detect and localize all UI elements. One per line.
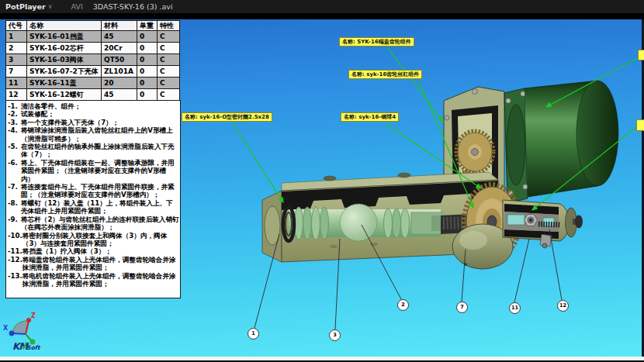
cell: 3 <box>6 54 27 66</box>
balloon-1: 1 <box>248 328 259 340</box>
cell: C <box>158 89 180 101</box>
instruction-number: -4. <box>8 126 21 143</box>
part-label-clipped-top <box>638 50 644 60</box>
watermark-suffix: Soft <box>26 344 40 351</box>
instruction-number: -12. <box>8 256 23 272</box>
kmsoft-watermark: KM Soft <box>12 341 40 352</box>
part-label-gear-screw-assembly: 名称: syk-16齿轮丝杠组件 <box>348 70 422 79</box>
cell: 20 <box>102 78 137 89</box>
instruction-item: -2.试装修配； <box>8 110 179 118</box>
part-label-end-cap-gear-assembly: 名称: SYK-16端盖齿轮组件 <box>339 37 414 47</box>
cell: 7 <box>6 66 27 78</box>
cell: SYK-16-03阀体 <box>27 54 102 66</box>
cell: 0 <box>137 78 158 89</box>
cell: SYK-16-01挡盖 <box>27 31 102 43</box>
instruction-item: -4.将钢球涂抹润滑脂后装入齿轮丝杠组件上的V形槽上（润滑脂可稍多）； <box>8 126 179 143</box>
instruction-item: -6.将上、下壳体组件组装在一起、调整轴承游隙，并用紧固件紧固；（注意钢球要对应… <box>8 159 179 183</box>
cell: 0 <box>137 66 158 78</box>
table-row: 11 SYK-16-11盖 20 0 C <box>6 78 180 89</box>
instruction-item: -3.将一个支撑件装入下壳体（7）； <box>8 119 179 126</box>
instruction-number: -7. <box>8 183 21 199</box>
col-header: 材料 <box>102 21 137 31</box>
cell: 0 <box>137 43 158 54</box>
balloon-3: 3 <box>329 329 341 341</box>
instruction-text: 将一个支撑件装入下壳体（7）； <box>21 119 179 126</box>
col-header: 代号 <box>6 21 27 31</box>
parts-table: 代号 名称 材料 单重 特性 1 SYK-16-01挡盖 45 0 C 2 SY… <box>5 20 180 101</box>
instruction-text: 将挡盖（1）拧入阀体（3）； <box>23 247 179 255</box>
cell: C <box>158 66 180 78</box>
cell: ZL101A <box>102 66 137 78</box>
table-header-row: 代号 名称 材料 单重 特性 <box>6 21 180 31</box>
cell: SYK-16-02芯杆 <box>27 43 102 54</box>
balloon-2: 2 <box>397 299 409 311</box>
balloon-11: 11 <box>509 302 521 314</box>
instruction-text: 将电机齿轮组件装入上壳体组件，调整齿轮啮合并涂抹润滑脂，并用紧固件紧固； <box>23 272 179 288</box>
cell: 12 <box>6 89 27 101</box>
instruction-number: -8. <box>8 199 21 215</box>
cell: 0 <box>137 31 158 43</box>
instruction-text: 清洁各零件、组件； <box>21 102 179 110</box>
instruction-text: 将芯杆（2）与齿轮丝杠组件上的连杆联接后装入销钉（在阀芯外表面涂抹润滑脂）； <box>21 215 179 232</box>
file-name: 3DAST-SKY-16 (3) .avi <box>93 2 173 11</box>
table-row: 7 SYK-16-07-2下壳体 ZL101A 0 C <box>6 66 180 78</box>
cell: 1 <box>6 31 27 43</box>
video-bottom-strip <box>0 357 644 360</box>
table-row: 3 SYK-16-03阀体 QT50 0 C <box>6 54 180 66</box>
table-row: 12 SYK-16-12螺钉 45 0 C <box>6 89 180 101</box>
cell: SYK-16-11盖 <box>27 78 102 89</box>
part-label-clipped-bottom <box>636 119 644 131</box>
instruction-item: -13.将电机齿轮组件装入上壳体组件，调整齿轮啮合并涂抹润滑脂，并用紧固件紧固； <box>8 272 179 288</box>
col-header: 名称 <box>27 21 102 31</box>
instruction-item: -7.将连接套组件与上、下壳体组件用紧固件联接，并紧固；（注意钢球要对应在支撑件… <box>8 183 179 199</box>
balloon-7: 7 <box>456 302 468 313</box>
cell: 11 <box>6 78 27 89</box>
col-header: 单重 <box>137 21 158 31</box>
instruction-item: -9.将芯杆（2）与齿轮丝杠组件上的连杆联接后装入销钉（在阀芯外表面涂抹润滑脂）… <box>8 215 179 232</box>
cell: C <box>158 31 180 43</box>
part-label-o-ring: 名称: syk-16-O型密封圈2.5x28 <box>182 112 272 122</box>
instruction-text: 将端盖齿轮组件装入上壳体组件，调整齿轮啮合并涂抹润滑脂，并用紧固件紧固； <box>23 256 179 272</box>
cell: 2 <box>6 43 27 54</box>
instruction-item: -5.在齿轮丝杠组件的轴承外圈上涂抹润滑脂后装入下壳体（7）； <box>8 143 179 159</box>
part-label-steel-ball: 名称: syk-16-钢球4 <box>341 112 399 122</box>
instruction-number: -13. <box>8 272 23 288</box>
instruction-number: -10. <box>8 232 23 248</box>
instruction-number: -3. <box>8 119 21 126</box>
instruction-item: -8.将螺钉（12）装入盖（11）上，将组件装入上、下壳体组件上并用紧固件紧固； <box>8 199 179 215</box>
cell: SYK-16-07-2下壳体 <box>27 66 102 78</box>
instruction-text: 试装修配； <box>21 110 179 118</box>
instruction-item: -11.将挡盖（1）拧入阀体（3）； <box>8 247 179 255</box>
cell: C <box>158 78 180 89</box>
instruction-number: -2. <box>8 110 21 118</box>
instruction-number: -6. <box>8 159 21 183</box>
table-row: 1 SYK-16-01挡盖 45 0 C <box>6 31 180 43</box>
instruction-item: -1.清洁各零件、组件； <box>8 102 179 110</box>
col-header: 特性 <box>158 21 180 31</box>
table-row: 2 SYK-16-02芯杆 20Cr 0 C <box>6 43 180 54</box>
instruction-text: 将密封圈分别装入联接套上和阀体（3）内，阀体（3）与连接套用紧固件紧固； <box>23 232 179 248</box>
cell: C <box>158 43 180 54</box>
instruction-number: -1. <box>8 102 21 110</box>
title-bar: PotPlayer ∨ AVI 3DAST-SKY-16 (3) .avi <box>0 0 644 13</box>
instruction-item: -10.将密封圈分别装入联接套上和阀体（3）内，阀体（3）与连接套用紧固件紧固； <box>8 232 179 248</box>
instruction-number: -5. <box>8 143 21 159</box>
instruction-text: 将钢球涂抹润滑脂后装入齿轮丝杠组件上的V形槽上（润滑脂可稍多）； <box>21 126 179 143</box>
format-badge: AVI <box>71 2 83 11</box>
potplayer-menu-button[interactable]: PotPlayer <box>5 2 46 11</box>
potplayer-window: PotPlayer ∨ AVI 3DAST-SKY-16 (3) .avi <box>0 0 644 362</box>
instruction-number: -11. <box>8 247 23 255</box>
cell: C <box>158 54 180 66</box>
instruction-item: -12.将端盖齿轮组件装入上壳体组件，调整齿轮啮合并涂抹润滑脂，并用紧固件紧固； <box>8 256 179 272</box>
cell: QT50 <box>102 54 137 66</box>
instruction-text: 将上、下壳体组件组装在一起、调整轴承游隙，并用紧固件紧固；（注意钢球要对应在支撑… <box>21 159 179 183</box>
chevron-down-icon[interactable]: ∨ <box>48 3 53 10</box>
cell: 0 <box>137 89 158 101</box>
cell: SYK-16-12螺钉 <box>27 89 102 101</box>
cell: 45 <box>102 89 137 101</box>
assembly-instructions-panel: -1.清洁各零件、组件； -2.试装修配； -3.将一个支撑件装入下壳体（7）；… <box>5 100 181 298</box>
balloon-12: 12 <box>557 300 569 312</box>
instruction-text: 将螺钉（12）装入盖（11）上，将组件装入上、下壳体组件上并用紧固件紧固； <box>21 199 179 215</box>
cell: 0 <box>137 54 158 66</box>
instruction-number: -9. <box>8 215 21 232</box>
